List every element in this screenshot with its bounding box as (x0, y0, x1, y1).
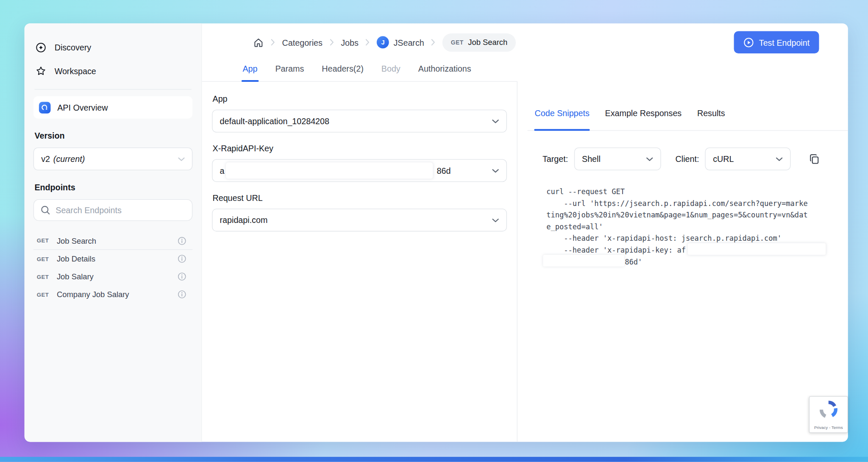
copy-icon[interactable] (809, 153, 821, 165)
app-background: Discovery Workspace API Over (0, 0, 868, 462)
star-icon (36, 65, 46, 76)
home-icon[interactable] (253, 37, 264, 47)
code-line: curl --request GET (546, 186, 827, 198)
sidebar: Discovery Workspace API Over (25, 23, 202, 442)
api-overview-label: API Overview (57, 103, 108, 112)
endpoint-row-job-salary[interactable]: GET Job Salary (33, 267, 192, 285)
discovery-icon (36, 42, 46, 53)
endpoint-tabs: App Params Headers(2) Body Authorization… (202, 57, 517, 82)
breadcrumb-jsearch-label: JSearch (393, 38, 424, 47)
chevron-down-icon (492, 169, 499, 173)
endpoint-search (33, 199, 192, 221)
tab-body[interactable]: Body (381, 64, 401, 81)
test-endpoint-label: Test Endpoint (759, 38, 810, 47)
version-suffix: (current) (53, 154, 85, 164)
target-label: Target: (542, 154, 568, 164)
breadcrumb-jsearch[interactable]: J JSearch (377, 36, 424, 48)
request-url-field: Request URL rapidapi.com (212, 193, 507, 232)
sidebar-divider (34, 89, 191, 89)
info-icon[interactable] (178, 254, 186, 263)
endpoint-row-job-search[interactable]: GET Job Search (33, 232, 192, 250)
tab-authorizations[interactable]: Authorizations (418, 64, 471, 81)
endpoint-list: GET Job Search GET Job Details (33, 232, 192, 303)
code-snippet[interactable]: curl --request GET --url 'https://jsearc… (546, 186, 827, 267)
code-panel: Code Snippets Example Responses Results … (517, 82, 848, 442)
chevron-down-icon (178, 157, 185, 162)
rapidapi-logo-icon (39, 102, 51, 114)
search-endpoints-input[interactable] (56, 205, 185, 214)
tab-app[interactable]: App (242, 64, 257, 81)
play-circle-icon (743, 37, 754, 47)
sidebar-item-label: Discovery (55, 42, 91, 52)
endpoints-heading: Endpoints (34, 183, 191, 192)
chevron-down-icon (776, 157, 783, 162)
api-key-value-suffix: 86d (437, 166, 451, 175)
endpoint-label: Company Job Salary (57, 290, 129, 299)
sidebar-item-discovery[interactable]: Discovery (33, 36, 192, 59)
app-select[interactable]: default-application_10284208 (212, 110, 507, 133)
sidebar-item-label: Workspace (55, 66, 96, 75)
api-key-select[interactable]: a 86d (212, 159, 507, 182)
recaptcha-badge[interactable]: Privacy - Terms (809, 396, 848, 433)
endpoint-label: Job Details (57, 254, 95, 263)
app-field-label: App (212, 94, 506, 103)
code-line: --header 'x-rapidapi-host: jsearch.p.rap… (546, 233, 827, 245)
breadcrumb-current-endpoint[interactable]: GET Job Search (442, 33, 516, 51)
tab-results[interactable]: Results (697, 109, 725, 130)
code-panel-tabs: Code Snippets Example Responses Results (528, 82, 848, 131)
client-select[interactable]: cURL (705, 148, 791, 170)
method-badge: GET (37, 273, 57, 279)
request-form: App default-application_10284208 X-Rapid… (202, 82, 517, 442)
chevron-down-icon (492, 119, 499, 124)
target-select[interactable]: Shell (574, 148, 661, 170)
chevron-down-icon (646, 157, 653, 162)
code-line: e_posted=all' (546, 221, 827, 233)
method-badge: GET (37, 238, 57, 244)
chevron-right-icon (330, 39, 334, 46)
request-url-value: rapidapi.com (220, 215, 268, 225)
search-icon (41, 205, 50, 214)
target-value: Shell (582, 154, 601, 164)
tab-code-snippets[interactable]: Code Snippets (535, 109, 590, 130)
client-value: cURL (713, 154, 734, 164)
version-value: v2 (41, 154, 50, 164)
test-endpoint-button[interactable]: Test Endpoint (734, 31, 819, 54)
sidebar-item-workspace[interactable]: Workspace (33, 59, 192, 82)
info-icon[interactable] (178, 236, 186, 245)
api-key-field: X-RapidAPI-Key a 86d (212, 144, 507, 182)
main-panel: Categories Jobs J JSearch (202, 23, 848, 442)
method-badge: GET (37, 256, 57, 262)
app-field: App default-application_10284208 (212, 94, 507, 133)
version-select[interactable]: v2 (current) (33, 148, 192, 170)
chevron-down-icon (492, 218, 499, 223)
breadcrumb: Categories Jobs J JSearch (253, 33, 516, 51)
app-select-value: default-application_10284208 (220, 116, 329, 125)
tab-headers[interactable]: Headers(2) (322, 64, 364, 81)
app-card: Discovery Workspace API Over (25, 23, 848, 442)
info-icon[interactable] (178, 272, 186, 281)
tab-example-responses[interactable]: Example Responses (605, 109, 682, 130)
breadcrumb-jobs[interactable]: Jobs (341, 38, 359, 47)
code-line: --url 'https://jsearch.p.rapidapi.com/se… (546, 198, 827, 209)
main-header: Categories Jobs J JSearch (202, 23, 848, 57)
tab-params[interactable]: Params (275, 64, 304, 81)
snippet-options-row: Target: Shell Client: cURL (542, 148, 821, 170)
sidebar-item-api-overview[interactable]: API Overview (33, 96, 192, 119)
method-badge: GET (451, 39, 464, 46)
request-url-select[interactable]: rapidapi.com (212, 209, 507, 231)
current-endpoint-label: Job Search (468, 38, 507, 47)
redacted-key-blur (543, 255, 624, 267)
chevron-right-icon (431, 39, 435, 46)
chevron-right-icon (271, 39, 275, 46)
content-area: App default-application_10284208 X-Rapid… (202, 82, 848, 442)
recaptcha-privacy-terms[interactable]: Privacy - Terms (814, 425, 843, 430)
jsearch-api-icon: J (377, 36, 389, 48)
breadcrumb-categories[interactable]: Categories (282, 38, 323, 47)
recaptcha-logo-icon (818, 400, 838, 420)
code-line: ting%20jobs%20in%20vietnam&page=1&num_pa… (546, 209, 827, 221)
info-icon[interactable] (178, 290, 186, 299)
endpoint-row-company-job-salary[interactable]: GET Company Job Salary (33, 285, 192, 303)
endpoint-row-job-details[interactable]: GET Job Details (33, 250, 192, 267)
api-key-field-label: X-RapidAPI-Key (212, 144, 506, 153)
api-key-value-prefix: a (220, 166, 225, 175)
